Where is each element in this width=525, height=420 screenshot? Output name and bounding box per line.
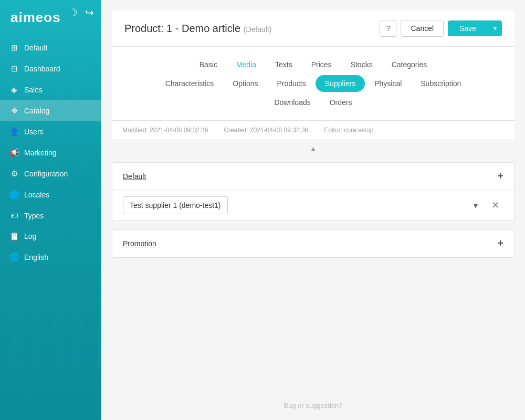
tab-products[interactable]: Products [268, 75, 316, 92]
sidebar-item-locales[interactable]: 🌐 Locales [0, 184, 101, 205]
tab-options[interactable]: Options [223, 75, 267, 92]
supplier-remove-button[interactable]: ✕ [487, 197, 503, 213]
logout-icon[interactable]: ↪ [85, 6, 94, 19]
product-header: Product: 1 - Demo article (Default) ? Ca… [112, 10, 514, 47]
default-add-button[interactable]: + [497, 170, 503, 182]
tabs-row-2: Characteristics Options Products Supplie… [122, 75, 504, 92]
supplier-select-wrapper: Test supplier 1 (demo-test1) [123, 196, 483, 214]
default-card-title: Default [123, 172, 146, 181]
tab-orders[interactable]: Orders [320, 94, 362, 111]
tab-categories[interactable]: Categories [382, 56, 437, 73]
dashboard-icon: ⊡ [9, 64, 19, 74]
save-dropdown-button[interactable]: ▾ [488, 20, 502, 36]
save-group: Save ▾ [448, 20, 502, 36]
supplier-select[interactable]: Test supplier 1 (demo-test1) [123, 196, 228, 214]
log-icon: 📋 [9, 232, 19, 241]
promotion-card-title: Promotion [123, 239, 156, 248]
tabs-row-1: Basic Media Texts Prices Stocks Categori… [122, 56, 504, 73]
tab-texts[interactable]: Texts [266, 56, 302, 73]
sidebar-item-catalog[interactable]: ❖ Catalog [0, 100, 101, 121]
sidebar-item-configuration[interactable]: ⚙ Configuration [0, 163, 101, 184]
tab-subscription[interactable]: Subscription [411, 75, 470, 92]
save-button[interactable]: Save [448, 20, 488, 36]
sidebar-item-default[interactable]: ⊞ Default [0, 37, 101, 58]
supplier-row: Test supplier 1 (demo-test1) ✕ [123, 196, 503, 214]
tab-media[interactable]: Media [227, 56, 266, 73]
default-card-body: Test supplier 1 (demo-test1) ✕ [112, 190, 514, 220]
sidebar-nav: ⊞ Default ⊡ Dashboard ◈ Sales ❖ Catalog … [0, 37, 101, 273]
sidebar-item-marketing[interactable]: 📢 Marketing [0, 142, 101, 163]
topbar-icons: ☽ ↪ [68, 6, 94, 19]
tab-prices[interactable]: Prices [302, 56, 341, 73]
marketing-icon: 📢 [9, 148, 19, 158]
tab-basic[interactable]: Basic [190, 56, 227, 73]
moon-icon[interactable]: ☽ [68, 6, 78, 19]
created-date: Created: 2021-04-08 09:32:36 [224, 127, 308, 134]
sidebar-item-dashboard[interactable]: ⊡ Dashboard [0, 58, 101, 79]
sidebar-item-log[interactable]: 📋 Log [0, 226, 101, 247]
default-card-header: Default + [112, 163, 514, 190]
default-card: Default + Test supplier 1 (demo-test1) ✕ [112, 162, 514, 221]
types-icon: 🏷 [9, 211, 19, 220]
catalog-icon: ❖ [9, 106, 19, 116]
tab-downloads[interactable]: Downloads [265, 94, 320, 111]
language-icon: 🌐 [9, 253, 19, 262]
configuration-icon: ⚙ [9, 169, 19, 178]
help-button[interactable]: ? [380, 20, 396, 37]
sales-icon: ◈ [9, 85, 19, 94]
promotion-card: Promotion + [112, 229, 514, 258]
tab-stocks[interactable]: Stocks [341, 56, 382, 73]
main-content: Product: 1 - Demo article (Default) ? Ca… [101, 0, 525, 420]
sidebar-item-users[interactable]: 👤 Users [0, 121, 101, 142]
product-title: Product: 1 - Demo article (Default) [124, 23, 271, 35]
tab-physical[interactable]: Physical [365, 75, 411, 92]
tabs-section: Basic Media Texts Prices Stocks Categori… [112, 47, 514, 121]
editor-info: Editor: core:setup [324, 127, 373, 134]
sidebar: aimeos ☽ ↪ ⊞ Default ⊡ Dashboard ◈ Sales… [0, 0, 101, 420]
tab-characteristics[interactable]: Characteristics [156, 75, 224, 92]
sidebar-item-sales[interactable]: ◈ Sales [0, 79, 101, 100]
bug-suggestion-text: Bug or suggestion? [101, 391, 525, 420]
header-actions: ? Cancel Save ▾ [380, 20, 502, 37]
chevron-up-icon: ▲ [310, 144, 317, 153]
tab-suppliers[interactable]: Suppliers [316, 75, 365, 92]
tabs-row-3: Downloads Orders [122, 94, 504, 111]
locales-icon: 🌐 [9, 190, 19, 200]
collapse-button[interactable]: ▲ [101, 139, 525, 158]
sidebar-item-english[interactable]: 🌐 English [0, 247, 101, 268]
sidebar-item-types[interactable]: 🏷 Types [0, 205, 101, 226]
promotion-add-button[interactable]: + [497, 237, 503, 249]
meta-info: Modified: 2021-04-08 09:32:36 Created: 2… [112, 121, 514, 139]
users-icon: 👤 [9, 127, 19, 136]
promotion-card-header: Promotion + [112, 230, 514, 257]
cancel-button[interactable]: Cancel [401, 20, 444, 37]
modified-date: Modified: 2021-04-08 09:32:36 [122, 127, 208, 134]
grid-icon: ⊞ [9, 43, 19, 52]
